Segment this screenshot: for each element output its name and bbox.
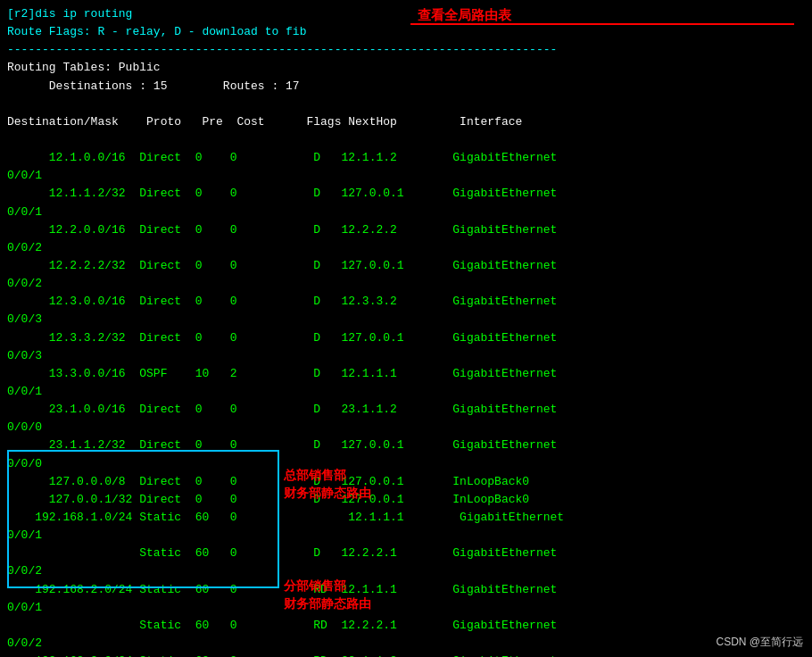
annotation-label-2a: 分部销售部	[284, 578, 346, 595]
line-36: 0/0/2	[7, 635, 805, 653]
line-6	[7, 96, 805, 113]
line-18: 0/0/3	[7, 311, 805, 328]
annotation-label-2b: 财务部静态路由	[284, 596, 371, 612]
line-3: ----------------------------------------…	[7, 41, 805, 59]
watermark: CSDN @至简行远	[716, 635, 803, 650]
line-35: Static 60 0 RD 12.2.2.1 GigabitEthernet	[7, 617, 805, 635]
line-9: 12.1.0.0/16 Direct 0 0 D 12.1.1.2 Gigabi…	[7, 149, 805, 167]
line-19: 12.3.3.2/32 Direct 0 0 D 127.0.0.1 Gigab…	[7, 329, 805, 347]
line-1: [r2]dis ip routing	[7, 5, 805, 23]
line-21: 13.3.0.0/16 OSPF 10 2 D 12.1.1.1 Gigabit…	[7, 365, 805, 383]
header-line	[410, 23, 794, 25]
annotation-box-1	[7, 450, 279, 588]
line-34: 0/0/1	[7, 599, 805, 617]
line-20: 0/0/3	[7, 347, 805, 365]
header-annotation: 查看全局路由表	[418, 7, 511, 24]
annotation-label-1a: 总部销售部	[284, 468, 346, 484]
line-12: 0/0/1	[7, 204, 805, 221]
line-23: 23.1.0.0/16 Direct 0 0 D 23.1.1.2 Gigabi…	[7, 401, 805, 419]
annotation-label-1b: 财务部静态路由	[284, 486, 371, 502]
line-2: Route Flags: R - relay, D - download to …	[7, 23, 805, 41]
line-5: Destinations : 15 Routes : 17	[7, 78, 805, 96]
line-11: 12.1.1.2/32 Direct 0 0 D 127.0.0.1 Gigab…	[7, 185, 805, 203]
line-14: 0/0/2	[7, 239, 805, 257]
line-22: 0/0/1	[7, 383, 805, 401]
line-7: Destination/Mask Proto Pre Cost Flags Ne…	[7, 113, 805, 131]
line-24: 0/0/0	[7, 419, 805, 437]
line-15: 12.2.2.2/32 Direct 0 0 D 127.0.0.1 Gigab…	[7, 257, 805, 275]
line-4: Routing Tables: Public	[7, 59, 805, 77]
line-37: 192.168.3.0/24 Static 60 0 RD 23.1.1.3 G…	[7, 653, 805, 657]
line-8	[7, 131, 805, 149]
line-16: 0/0/2	[7, 275, 805, 293]
line-17: 12.3.0.0/16 Direct 0 0 D 12.3.3.2 Gigabi…	[7, 293, 805, 311]
line-10: 0/0/1	[7, 167, 805, 185]
line-13: 12.2.0.0/16 Direct 0 0 D 12.2.2.2 Gigabi…	[7, 221, 805, 239]
